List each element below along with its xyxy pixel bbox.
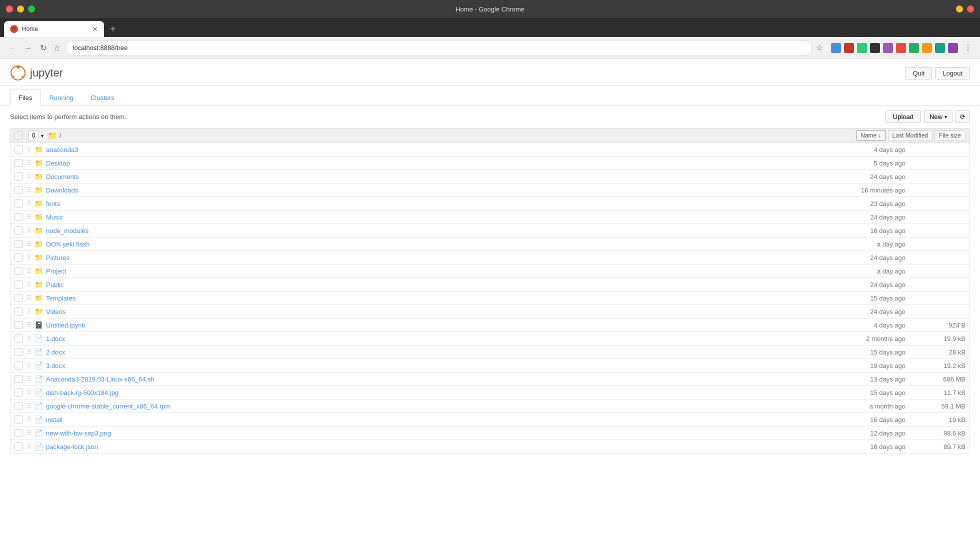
- ext-icon-6[interactable]: [896, 43, 906, 53]
- ext-icon-7[interactable]: [909, 43, 919, 53]
- ext-icon-10[interactable]: [948, 43, 958, 53]
- drag-handle-icon: ⠿: [26, 200, 32, 208]
- file-name-link[interactable]: anaconda3: [46, 146, 826, 154]
- file-rows-container: ⠿ 📁 anaconda3 4 days ago ⠿ 📁 Desktop 5 d…: [10, 143, 970, 454]
- file-name-link[interactable]: Pictures: [46, 254, 826, 262]
- header-path: /: [58, 132, 856, 140]
- row-checkbox[interactable]: [14, 362, 22, 370]
- file-name-link[interactable]: 2.docx: [46, 348, 826, 356]
- tab-running[interactable]: Running: [40, 90, 82, 106]
- ext-icon-5[interactable]: [883, 43, 893, 53]
- file-name-link[interactable]: OON yeki flash: [46, 240, 826, 248]
- row-checkbox[interactable]: [14, 146, 22, 154]
- close-traffic-light[interactable]: [6, 6, 13, 12]
- tab-close-button[interactable]: ✕: [92, 25, 98, 33]
- menu-button[interactable]: ⋮: [962, 41, 974, 54]
- logout-button[interactable]: Logout: [935, 67, 970, 80]
- row-checkbox[interactable]: [14, 334, 22, 342]
- file-size: 686 MB: [916, 376, 966, 383]
- row-checkbox[interactable]: [14, 200, 22, 208]
- row-checkbox[interactable]: [14, 240, 22, 248]
- file-modified: a day ago: [826, 240, 916, 248]
- row-checkbox[interactable]: [14, 226, 22, 234]
- file-name-link[interactable]: google-chrome-stable_current_x86_64.rpm: [46, 402, 826, 410]
- ext-icon-2[interactable]: [844, 43, 854, 53]
- file-modified: 19 days ago: [826, 362, 916, 370]
- row-checkbox[interactable]: [14, 308, 22, 316]
- upload-button[interactable]: Upload: [886, 110, 921, 123]
- folder-icon: 📁: [34, 294, 43, 302]
- table-row: ⠿ 📁 Videos 24 days ago: [10, 305, 970, 318]
- tab-clusters[interactable]: Clusters: [82, 90, 123, 106]
- file-name-link[interactable]: Music: [46, 214, 826, 221]
- table-row: ⠿ 📄 2.docx 15 days ago 28 kB: [10, 346, 970, 359]
- count-dropdown-icon[interactable]: ▾: [41, 133, 44, 138]
- file-name-link[interactable]: 1.docx: [46, 335, 826, 342]
- file-name-link[interactable]: Public: [46, 281, 826, 288]
- row-checkbox[interactable]: [14, 348, 22, 356]
- row-checkbox[interactable]: [14, 267, 22, 275]
- refresh-button[interactable]: ⟳: [956, 110, 970, 123]
- tab-files[interactable]: Files: [10, 90, 40, 106]
- quit-button[interactable]: Quit: [905, 67, 932, 80]
- file-name-link[interactable]: Templates: [46, 294, 826, 302]
- title-bar: Home - Google Chrome: [0, 0, 980, 18]
- ext-icon-8[interactable]: [922, 43, 932, 53]
- row-checkbox[interactable]: [14, 186, 22, 194]
- new-dropdown-button[interactable]: New ▾: [924, 110, 952, 123]
- ext-icon-3[interactable]: [857, 43, 867, 53]
- file-name-link[interactable]: Anaconda3-2019.03-Linux-x86_64.sh: [46, 376, 826, 383]
- row-checkbox[interactable]: [14, 321, 22, 329]
- new-tab-button[interactable]: +: [106, 22, 120, 37]
- file-name-link[interactable]: new-with-bw-sep3.png: [46, 430, 826, 437]
- home-button[interactable]: ⌂: [52, 42, 62, 54]
- row-checkbox[interactable]: [14, 213, 22, 221]
- row-checkbox[interactable]: [14, 375, 22, 383]
- forward-button[interactable]: →: [22, 42, 34, 54]
- file-name-link[interactable]: Project: [46, 268, 826, 275]
- header-checkbox[interactable]: [14, 132, 22, 140]
- row-checkbox[interactable]: [14, 254, 22, 262]
- file-name-link[interactable]: Documents: [46, 173, 826, 180]
- back-button[interactable]: ←: [6, 42, 18, 54]
- name-col-header[interactable]: Name ↓: [856, 130, 886, 140]
- drag-handle-icon: ⠿: [26, 240, 32, 248]
- row-checkbox[interactable]: [14, 172, 22, 180]
- row-checkbox[interactable]: [14, 388, 22, 396]
- drag-handle-icon: ⠿: [26, 186, 32, 194]
- file-modified: a day ago: [826, 268, 916, 275]
- file-name-link[interactable]: Desktop: [46, 160, 826, 167]
- file-name-link[interactable]: Untitled.ipynb: [46, 322, 826, 329]
- folder-icon: 📁: [34, 213, 43, 221]
- size-col-header[interactable]: File size: [934, 130, 966, 140]
- reload-button[interactable]: ↻: [38, 41, 48, 54]
- file-name-link[interactable]: dish-back-lg-500x184.jpg: [46, 389, 826, 396]
- modified-col-header[interactable]: Last Modified: [888, 130, 932, 140]
- file-list-header: 0 ▾ 📁 / Name ↓ Last Modified File size: [10, 128, 970, 143]
- file-name-link[interactable]: node_modules: [46, 227, 826, 234]
- ext-icon-1[interactable]: [831, 43, 841, 53]
- row-checkbox[interactable]: [14, 402, 22, 410]
- row-checkbox[interactable]: [14, 280, 22, 288]
- row-checkbox[interactable]: [14, 159, 22, 167]
- file-name-link[interactable]: 3.docx: [46, 362, 826, 370]
- bookmark-button[interactable]: ☆: [816, 43, 823, 52]
- file-name-link[interactable]: Downloads: [46, 186, 826, 194]
- row-checkbox[interactable]: [14, 294, 22, 302]
- file-name-link[interactable]: package-lock.json: [46, 443, 826, 450]
- row-checkbox[interactable]: [14, 429, 22, 437]
- row-checkbox[interactable]: [14, 416, 22, 424]
- ext-icon-9[interactable]: [935, 43, 945, 53]
- ext-icon-4[interactable]: [870, 43, 880, 53]
- browser-tab-home[interactable]: Home ✕: [4, 21, 104, 37]
- table-row: ⠿ 📄 google-chrome-stable_current_x86_64.…: [10, 400, 970, 413]
- file-name-link[interactable]: fonts: [46, 200, 826, 208]
- file-name-link[interactable]: install: [46, 416, 826, 424]
- maximize-traffic-light[interactable]: [28, 6, 35, 12]
- row-checkbox[interactable]: [14, 442, 22, 450]
- url-bar[interactable]: localhost:8888/tree: [66, 40, 812, 56]
- minimize-traffic-light[interactable]: [17, 6, 24, 12]
- toolbar-right: Upload New ▾ ⟳: [886, 110, 970, 123]
- file-name-link[interactable]: Videos: [46, 308, 826, 316]
- file-size: 924 B: [916, 322, 966, 329]
